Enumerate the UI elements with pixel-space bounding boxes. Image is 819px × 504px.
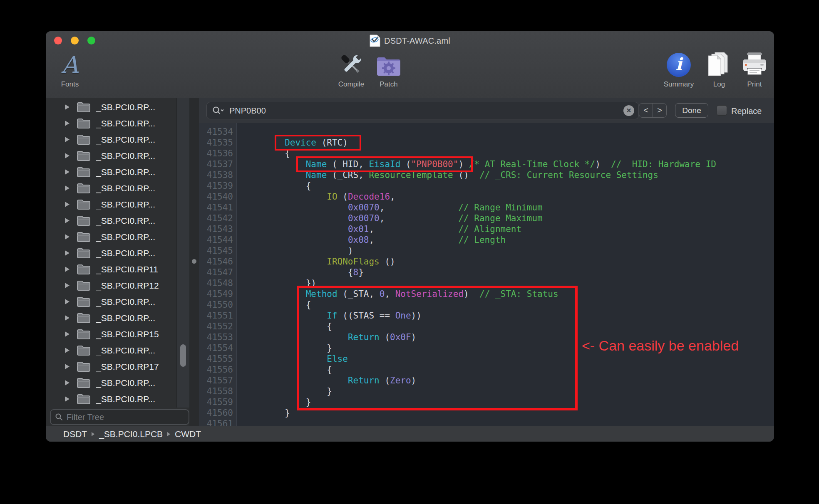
- fonts-button[interactable]: A Fonts: [53, 51, 87, 89]
- sidebar-scrollbar-thumb[interactable]: [180, 344, 186, 367]
- disclosure-triangle-icon[interactable]: [65, 250, 70, 256]
- clear-search-icon[interactable]: ✕: [623, 105, 634, 116]
- pane-splitter[interactable]: [189, 98, 199, 426]
- find-previous-button[interactable]: <: [639, 104, 653, 117]
- code-editor[interactable]: 4153441535415364153741538415394154041541…: [199, 123, 774, 426]
- patch-folder-icon: [375, 54, 402, 77]
- splitter-handle-dot[interactable]: [192, 259, 196, 264]
- folder-icon: [76, 215, 91, 227]
- log-pages-icon: [706, 52, 732, 78]
- tree-item[interactable]: _SB.PCI0.RP15: [46, 326, 177, 342]
- folder-icon: [76, 166, 91, 178]
- disclosure-triangle-icon[interactable]: [65, 153, 70, 159]
- breadcrumb-item[interactable]: _SB.PCI0.LPCB: [99, 429, 163, 439]
- disclosure-triangle-icon[interactable]: [65, 299, 70, 305]
- tree-item[interactable]: _SB.PCI0.RP17: [46, 358, 177, 375]
- log-button[interactable]: Log: [704, 51, 734, 89]
- code-line: 0x08, // Length: [243, 235, 774, 245]
- tree-item[interactable]: _SB.PCI0.RP...: [46, 99, 177, 115]
- content-area: _SB.PCI0.RP..._SB.PCI0.RP..._SB.PCI0.RP.…: [46, 98, 774, 426]
- line-number: 41559: [199, 397, 236, 408]
- disclosure-triangle-icon[interactable]: [65, 120, 70, 126]
- tree-item[interactable]: _SB.PCI0.RP...: [46, 245, 177, 261]
- disclosure-triangle-icon[interactable]: [65, 169, 70, 175]
- replace-label: Replace: [731, 106, 762, 116]
- folder-icon: [76, 361, 91, 373]
- replace-checkbox[interactable]: [717, 105, 727, 116]
- disclosure-triangle-icon[interactable]: [65, 201, 70, 208]
- disclosure-triangle-icon[interactable]: [65, 185, 70, 191]
- breadcrumb-item[interactable]: DSDT: [63, 429, 87, 439]
- tree-item[interactable]: _SB.PCI0.RP...: [46, 294, 177, 310]
- search-bar: ✕ < > Done Replace: [199, 98, 774, 124]
- summary-button[interactable]: i Summary: [663, 51, 695, 89]
- disclosure-triangle-icon[interactable]: [65, 363, 70, 370]
- line-number: 41554: [199, 343, 236, 353]
- line-number: 41534: [199, 126, 236, 137]
- tree-item-label: _SB.PCI0.RP17: [96, 362, 159, 372]
- tree-item[interactable]: _SB.PCI0.RP...: [46, 310, 177, 326]
- line-number: 41551: [199, 310, 236, 321]
- tree-item-label: _SB.PCI0.RP11: [96, 264, 158, 274]
- summary-label: Summary: [664, 80, 694, 89]
- disclosure-triangle-icon[interactable]: [65, 282, 70, 289]
- code-line: ): [243, 245, 774, 256]
- line-number: 41550: [199, 299, 236, 310]
- sidebar-scrollbar[interactable]: [176, 98, 189, 408]
- disclosure-triangle-icon[interactable]: [65, 266, 70, 272]
- folder-icon: [76, 264, 91, 275]
- tree-item[interactable]: _SB.PCI0.RP...: [46, 391, 177, 407]
- disclosure-triangle-icon[interactable]: [65, 136, 70, 143]
- disclosure-triangle-icon[interactable]: [65, 380, 70, 386]
- search-field[interactable]: ✕: [206, 102, 639, 119]
- filter-tree-input[interactable]: [66, 412, 189, 422]
- tree-item[interactable]: _SB.PCI0.RP...: [46, 115, 177, 131]
- patch-button[interactable]: Patch: [374, 53, 404, 89]
- line-number: 41560: [199, 408, 236, 418]
- disclosure-triangle-icon[interactable]: [65, 234, 70, 240]
- breadcrumb-item[interactable]: CWDT: [175, 429, 201, 439]
- tree-item-label: _SB.PCI0.RP...: [96, 183, 155, 193]
- print-button[interactable]: Print: [740, 51, 769, 89]
- app-window: DSDT-AWAC.aml A Fonts: [46, 31, 774, 442]
- disclosure-triangle-icon[interactable]: [65, 331, 70, 337]
- tree-item[interactable]: _SB.PCI0.RP...: [46, 148, 177, 164]
- compile-label: Compile: [338, 80, 364, 89]
- disclosure-triangle-icon[interactable]: [65, 217, 70, 224]
- document-icon: [370, 35, 380, 47]
- tree-item[interactable]: _SB.PCI0.RP...: [46, 131, 177, 148]
- tree-item[interactable]: _SB.PCI0.RP...: [46, 229, 177, 245]
- find-next-button[interactable]: >: [653, 104, 666, 117]
- tree-item[interactable]: _SB.PCI0.RP...: [46, 212, 177, 229]
- code-line: IRQNoFlags (): [243, 256, 774, 267]
- line-number: 41535: [199, 137, 236, 148]
- line-number: 41543: [199, 224, 236, 235]
- disclosure-triangle-icon[interactable]: [65, 396, 70, 402]
- tree-item[interactable]: _SB.PCI0.RP...: [46, 164, 177, 180]
- line-number: 41555: [199, 353, 236, 364]
- tree-item[interactable]: _SB.PCI0.RP11: [46, 261, 177, 277]
- code-line: [243, 418, 774, 426]
- tree-item[interactable]: _SB.PCI0.RP...: [46, 196, 177, 212]
- code-line: 0x0070, // Range Maximum: [243, 213, 774, 224]
- filter-field[interactable]: [50, 409, 189, 425]
- code-line: IO (Decode16,: [243, 191, 774, 202]
- tree-item[interactable]: _SB.PCI0.RP...: [46, 375, 177, 391]
- code-line: 0x01, // Alignment: [243, 224, 774, 235]
- tree-item-label: _SB.PCI0.RP...: [96, 248, 155, 258]
- summary-info-icon: i: [667, 53, 691, 77]
- search-input[interactable]: [228, 106, 623, 116]
- code-line: {: [243, 180, 774, 191]
- compile-button[interactable]: Compile: [334, 51, 368, 89]
- tree-item[interactable]: _SB.PCI0.RP...: [46, 342, 177, 358]
- tree-item[interactable]: _SB.PCI0.RP12: [46, 277, 177, 294]
- disclosure-triangle-icon[interactable]: [65, 347, 70, 353]
- done-button[interactable]: Done: [675, 103, 708, 118]
- disclosure-triangle-icon[interactable]: [65, 104, 70, 110]
- disclosure-triangle-icon[interactable]: [65, 315, 70, 321]
- tree-item-label: _SB.PCI0.RP...: [96, 394, 155, 404]
- tree-item[interactable]: _SB.PCI0.RP...: [46, 180, 177, 196]
- line-number: 41549: [199, 289, 236, 299]
- tree-item-label: _SB.PCI0.RP...: [96, 216, 155, 226]
- print-label: Print: [747, 80, 762, 89]
